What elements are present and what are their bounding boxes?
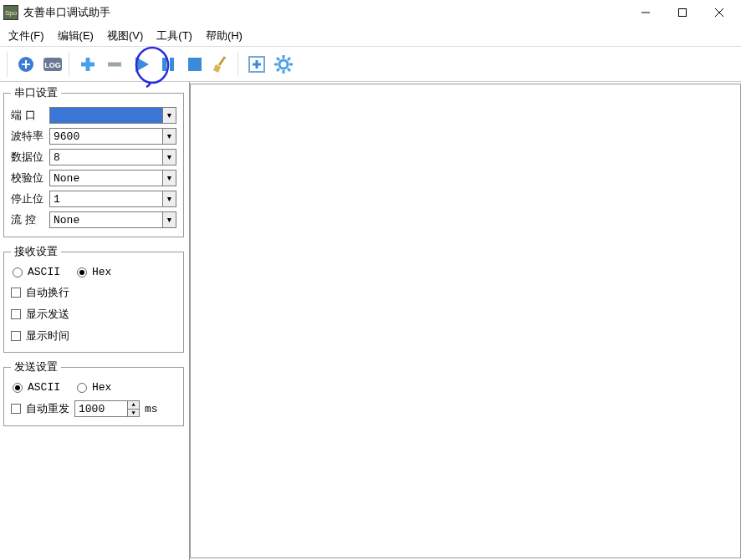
menu-tools[interactable]: 工具(T) — [151, 27, 197, 45]
close-button[interactable] — [701, 1, 738, 24]
menu-view[interactable]: 视图(V) — [102, 27, 148, 45]
chevron-down-icon: ▾ — [162, 129, 176, 144]
baud-label: 波特率 — [11, 129, 49, 144]
send-settings-legend: 发送设置 — [11, 359, 61, 374]
flow-label: 流 控 — [11, 212, 49, 227]
svg-line-28 — [288, 58, 290, 60]
svg-line-26 — [277, 58, 279, 60]
minus-button[interactable] — [102, 52, 127, 77]
baud-value: 9600 — [54, 130, 79, 143]
showsend-checkbox[interactable]: 显示发送 — [11, 307, 176, 322]
titlebar: Spo 友善串口调试助手 — [0, 0, 741, 25]
window-title: 友善串口调试助手 — [23, 5, 110, 20]
recv-settings-legend: 接收设置 — [11, 244, 61, 259]
clear-button[interactable] — [209, 52, 234, 77]
svg-line-16 — [219, 57, 225, 65]
pause-button[interactable] — [156, 52, 181, 77]
svg-marker-12 — [135, 57, 149, 72]
databits-value: 8 — [54, 151, 60, 164]
autowrap-label: 自动换行 — [26, 285, 69, 300]
play-icon — [132, 55, 151, 74]
app-window: Spo 友善串口调试助手 文件(F) 编辑(E) 视图(V) 工具(T) 帮助(… — [0, 0, 741, 560]
interval-unit: ms — [145, 403, 158, 415]
chevron-down-icon: ▾ — [162, 191, 176, 206]
log-button[interactable]: LOG — [40, 52, 65, 77]
interval-value: 1000 — [79, 403, 105, 415]
send-hex-radio[interactable]: Hex — [77, 381, 111, 394]
menu-edit[interactable]: 编辑(E) — [53, 27, 99, 45]
stop-icon — [186, 55, 204, 74]
svg-point-21 — [279, 60, 288, 69]
svg-rect-1 — [679, 9, 687, 17]
databits-label: 数据位 — [11, 150, 49, 165]
interval-spinbox[interactable]: 1000 ▲▼ — [74, 400, 140, 417]
port-combo[interactable]: ▾ — [49, 107, 176, 124]
stop-button[interactable] — [182, 52, 207, 77]
databits-combo[interactable]: 8 ▾ — [49, 149, 176, 165]
maximize-icon — [677, 8, 687, 18]
maximize-button[interactable] — [664, 1, 701, 24]
showsend-label: 显示发送 — [26, 307, 69, 322]
add-panel-icon — [248, 55, 266, 74]
plus-button[interactable] — [75, 52, 100, 77]
menubar: 文件(F) 编辑(E) 视图(V) 工具(T) 帮助(H) — [0, 25, 741, 47]
log-icon: LOG — [43, 55, 63, 74]
close-icon — [714, 8, 724, 18]
parity-label: 校验位 — [11, 171, 49, 186]
app-icon: Spo — [3, 5, 18, 20]
svg-line-27 — [288, 69, 290, 71]
send-ascii-radio[interactable]: ASCII — [13, 381, 60, 394]
send-hex-label: Hex — [92, 381, 111, 394]
svg-rect-14 — [170, 58, 174, 71]
autoresend-label: 自动重发 — [26, 401, 69, 416]
svg-line-29 — [277, 69, 279, 71]
send-ascii-label: ASCII — [28, 381, 60, 394]
stopbits-value: 1 — [54, 193, 60, 206]
autoresend-checkbox[interactable]: 自动重发 — [11, 401, 69, 416]
minimize-button[interactable] — [627, 1, 664, 24]
plus-icon — [79, 55, 97, 74]
serial-settings-legend: 串口设置 — [11, 85, 61, 100]
new-icon — [17, 55, 35, 74]
settings-button[interactable] — [271, 52, 296, 77]
chevron-down-icon: ▾ — [162, 171, 176, 186]
pause-icon — [159, 55, 177, 74]
flow-combo[interactable]: None ▾ — [49, 211, 176, 228]
showtime-checkbox[interactable]: 显示时间 — [11, 328, 176, 344]
autowrap-checkbox[interactable]: 自动换行 — [11, 285, 176, 300]
recv-settings-group: 接收设置 ASCII Hex 自动换行 显示发送 显示时间 — [3, 244, 184, 353]
baud-combo[interactable]: 9600 ▾ — [49, 128, 176, 145]
spin-down-icon[interactable]: ▼ — [127, 410, 139, 417]
main-body: 串口设置 端 口 ▾ 波特率 9600 ▾ 数据位 — [0, 82, 741, 560]
parity-value: None — [54, 172, 79, 185]
spin-up-icon[interactable]: ▲ — [127, 401, 139, 410]
serial-settings-group: 串口设置 端 口 ▾ 波特率 9600 ▾ 数据位 — [3, 85, 184, 237]
stopbits-combo[interactable]: 1 ▾ — [49, 191, 176, 207]
play-button[interactable] — [129, 52, 154, 77]
svg-text:LOG: LOG — [44, 61, 61, 69]
parity-combo[interactable]: None ▾ — [49, 170, 176, 186]
flow-value: None — [54, 214, 79, 227]
chevron-down-icon: ▾ — [162, 212, 176, 227]
gear-icon — [273, 54, 294, 74]
output-area[interactable] — [190, 84, 741, 558]
add-panel-button[interactable] — [244, 52, 269, 77]
svg-rect-15 — [188, 58, 202, 71]
left-settings-panel: 串口设置 端 口 ▾ 波特率 9600 ▾ 数据位 — [0, 82, 190, 560]
recv-ascii-label: ASCII — [28, 266, 60, 278]
new-button[interactable] — [13, 52, 38, 77]
chevron-down-icon: ▾ — [162, 108, 176, 123]
toolbar: LOG — [0, 47, 741, 82]
menu-help[interactable]: 帮助(H) — [201, 27, 248, 45]
chevron-down-icon: ▾ — [162, 150, 176, 165]
menu-file[interactable]: 文件(F) — [3, 27, 49, 45]
recv-hex-radio[interactable]: Hex — [77, 266, 111, 278]
minimize-icon — [641, 8, 651, 18]
recv-hex-label: Hex — [92, 266, 111, 278]
minus-icon — [105, 55, 124, 74]
showtime-label: 显示时间 — [26, 328, 69, 344]
stopbits-label: 停止位 — [11, 191, 49, 206]
svg-rect-13 — [162, 58, 166, 71]
send-settings-group: 发送设置 ASCII Hex 自动重发 1000 ▲▼ ms — [3, 359, 184, 426]
recv-ascii-radio[interactable]: ASCII — [13, 266, 60, 278]
